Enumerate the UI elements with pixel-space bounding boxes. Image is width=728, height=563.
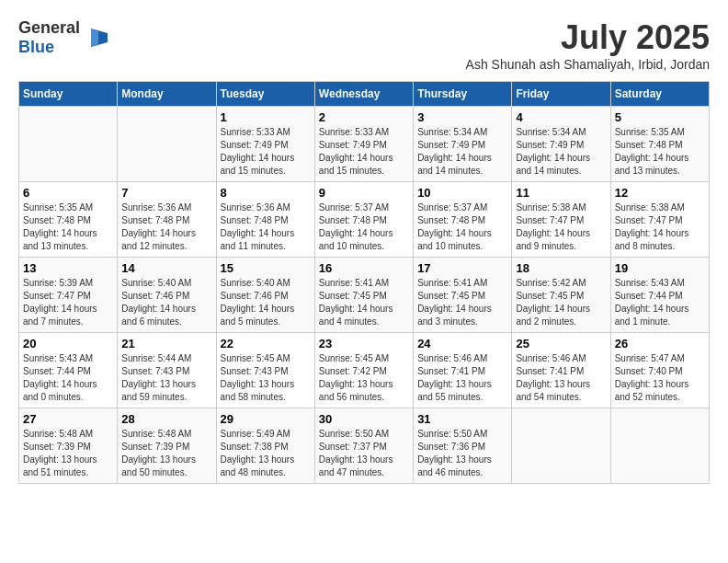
calendar-cell: 19 Sunrise: 5:43 AM Sunset: 7:44 PM Dayl… — [610, 258, 709, 333]
day-number: 10 — [417, 186, 507, 200]
day-daylight: Daylight: 14 hours and 9 minutes. — [516, 228, 590, 251]
day-number: 25 — [516, 337, 606, 350]
calendar-cell: 29 Sunrise: 5:49 AM Sunset: 7:38 PM Dayl… — [216, 408, 314, 484]
day-daylight: Daylight: 14 hours and 4 minutes. — [319, 304, 393, 327]
day-number: 22 — [221, 337, 311, 350]
calendar-cell: 5 Sunrise: 5:35 AM Sunset: 7:48 PM Dayli… — [610, 107, 709, 182]
day-number: 17 — [417, 261, 507, 275]
calendar-cell: 18 Sunrise: 5:42 AM Sunset: 7:45 PM Dayl… — [512, 258, 610, 333]
day-daylight: Daylight: 14 hours and 7 minutes. — [23, 304, 97, 327]
day-sunrise: Sunrise: 5:41 AM — [417, 278, 487, 288]
day-daylight: Daylight: 13 hours and 58 minutes. — [221, 379, 295, 402]
month-title: July 2025 — [466, 18, 710, 57]
calendar-week-row: 1 Sunrise: 5:33 AM Sunset: 7:49 PM Dayli… — [19, 107, 710, 182]
day-sunset: Sunset: 7:47 PM — [23, 291, 91, 301]
calendar-cell: 31 Sunrise: 5:50 AM Sunset: 7:36 PM Dayl… — [414, 408, 512, 484]
day-sunset: Sunset: 7:43 PM — [121, 366, 189, 376]
day-daylight: Daylight: 13 hours and 56 minutes. — [319, 379, 393, 402]
logo-blue: Blue — [18, 38, 54, 56]
logo-icon — [82, 24, 109, 52]
day-daylight: Daylight: 13 hours and 52 minutes. — [615, 379, 689, 402]
day-sunset: Sunset: 7:48 PM — [23, 215, 91, 225]
day-sunrise: Sunrise: 5:38 AM — [615, 202, 685, 213]
day-sunset: Sunset: 7:49 PM — [221, 140, 289, 150]
day-sunrise: Sunrise: 5:39 AM — [23, 278, 93, 288]
calendar-cell: 22 Sunrise: 5:45 AM Sunset: 7:43 PM Dayl… — [216, 333, 314, 408]
calendar-cell: 26 Sunrise: 5:47 AM Sunset: 7:40 PM Dayl… — [610, 333, 709, 408]
day-sunrise: Sunrise: 5:48 AM — [23, 429, 93, 439]
day-number: 28 — [121, 412, 211, 426]
day-sunrise: Sunrise: 5:40 AM — [221, 278, 290, 288]
day-sunset: Sunset: 7:43 PM — [221, 366, 289, 376]
day-daylight: Daylight: 13 hours and 48 minutes. — [221, 454, 295, 477]
day-number: 1 — [221, 110, 311, 124]
day-number: 5 — [615, 110, 705, 124]
day-sunrise: Sunrise: 5:38 AM — [516, 202, 586, 213]
calendar-cell: 9 Sunrise: 5:37 AM Sunset: 7:48 PM Dayli… — [314, 182, 413, 258]
day-number: 21 — [121, 337, 211, 350]
day-sunset: Sunset: 7:44 PM — [23, 366, 91, 376]
calendar-cell: 30 Sunrise: 5:50 AM Sunset: 7:37 PM Dayl… — [314, 408, 413, 484]
day-sunrise: Sunrise: 5:46 AM — [417, 353, 487, 363]
day-sunrise: Sunrise: 5:49 AM — [221, 429, 290, 439]
day-daylight: Daylight: 14 hours and 13 minutes. — [23, 228, 97, 251]
day-sunrise: Sunrise: 5:43 AM — [23, 353, 93, 363]
calendar-cell: 7 Sunrise: 5:36 AM Sunset: 7:48 PM Dayli… — [118, 182, 216, 258]
calendar-cell: 6 Sunrise: 5:35 AM Sunset: 7:48 PM Dayli… — [19, 182, 118, 258]
day-sunset: Sunset: 7:38 PM — [221, 442, 289, 452]
day-of-week-header: Saturday — [610, 82, 709, 107]
calendar-cell: 1 Sunrise: 5:33 AM Sunset: 7:49 PM Dayli… — [216, 107, 314, 182]
calendar-cell: 2 Sunrise: 5:33 AM Sunset: 7:49 PM Dayli… — [314, 107, 413, 182]
calendar-cell: 10 Sunrise: 5:37 AM Sunset: 7:48 PM Dayl… — [414, 182, 512, 258]
day-sunset: Sunset: 7:46 PM — [221, 291, 289, 301]
calendar-cell: 27 Sunrise: 5:48 AM Sunset: 7:39 PM Dayl… — [19, 408, 118, 484]
day-number: 18 — [516, 261, 606, 275]
day-sunset: Sunset: 7:41 PM — [516, 366, 584, 376]
page-header: General Blue July 2025 Ash Shunah ash Sh… — [18, 18, 710, 72]
day-daylight: Daylight: 14 hours and 0 minutes. — [23, 379, 97, 402]
day-sunset: Sunset: 7:45 PM — [516, 291, 584, 301]
calendar-cell: 13 Sunrise: 5:39 AM Sunset: 7:47 PM Dayl… — [19, 258, 118, 333]
day-sunrise: Sunrise: 5:48 AM — [121, 429, 191, 439]
calendar-cell: 28 Sunrise: 5:48 AM Sunset: 7:39 PM Dayl… — [118, 408, 216, 484]
day-number: 19 — [615, 261, 705, 275]
calendar-cell: 21 Sunrise: 5:44 AM Sunset: 7:43 PM Dayl… — [118, 333, 216, 408]
day-daylight: Daylight: 14 hours and 14 minutes. — [516, 153, 590, 176]
day-sunrise: Sunrise: 5:34 AM — [516, 127, 586, 137]
day-daylight: Daylight: 14 hours and 11 minutes. — [221, 228, 295, 251]
day-daylight: Daylight: 13 hours and 46 minutes. — [417, 454, 492, 477]
calendar-cell: 11 Sunrise: 5:38 AM Sunset: 7:47 PM Dayl… — [512, 182, 610, 258]
day-sunset: Sunset: 7:42 PM — [319, 366, 387, 376]
day-sunset: Sunset: 7:48 PM — [221, 215, 289, 225]
day-sunset: Sunset: 7:39 PM — [23, 442, 91, 452]
day-sunrise: Sunrise: 5:43 AM — [615, 278, 685, 288]
day-sunset: Sunset: 7:45 PM — [417, 291, 485, 301]
day-sunrise: Sunrise: 5:33 AM — [319, 127, 389, 137]
day-sunset: Sunset: 7:41 PM — [417, 366, 485, 376]
day-daylight: Daylight: 13 hours and 51 minutes. — [23, 454, 97, 477]
day-daylight: Daylight: 14 hours and 13 minutes. — [615, 153, 689, 176]
day-sunrise: Sunrise: 5:44 AM — [121, 353, 191, 363]
day-sunset: Sunset: 7:48 PM — [319, 215, 387, 225]
calendar-cell: 3 Sunrise: 5:34 AM Sunset: 7:49 PM Dayli… — [414, 107, 512, 182]
calendar-week-row: 13 Sunrise: 5:39 AM Sunset: 7:47 PM Dayl… — [19, 258, 710, 333]
day-sunrise: Sunrise: 5:37 AM — [319, 202, 389, 213]
day-sunset: Sunset: 7:45 PM — [319, 291, 387, 301]
day-sunset: Sunset: 7:48 PM — [615, 140, 683, 150]
day-of-week-header: Friday — [512, 82, 610, 107]
day-daylight: Daylight: 14 hours and 15 minutes. — [319, 153, 393, 176]
day-daylight: Daylight: 13 hours and 54 minutes. — [516, 379, 590, 402]
day-daylight: Daylight: 14 hours and 3 minutes. — [417, 304, 492, 327]
day-sunrise: Sunrise: 5:42 AM — [516, 278, 586, 288]
day-daylight: Daylight: 14 hours and 10 minutes. — [417, 228, 492, 251]
day-number: 23 — [319, 337, 409, 350]
day-sunset: Sunset: 7:47 PM — [615, 215, 683, 225]
day-number: 9 — [319, 186, 409, 200]
calendar-table: SundayMondayTuesdayWednesdayThursdayFrid… — [18, 81, 710, 484]
calendar-cell: 16 Sunrise: 5:41 AM Sunset: 7:45 PM Dayl… — [314, 258, 413, 333]
calendar-cell: 14 Sunrise: 5:40 AM Sunset: 7:46 PM Dayl… — [118, 258, 216, 333]
day-sunrise: Sunrise: 5:34 AM — [417, 127, 487, 137]
day-daylight: Daylight: 13 hours and 59 minutes. — [121, 379, 196, 402]
calendar-cell: 25 Sunrise: 5:46 AM Sunset: 7:41 PM Dayl… — [512, 333, 610, 408]
day-daylight: Daylight: 13 hours and 55 minutes. — [417, 379, 492, 402]
